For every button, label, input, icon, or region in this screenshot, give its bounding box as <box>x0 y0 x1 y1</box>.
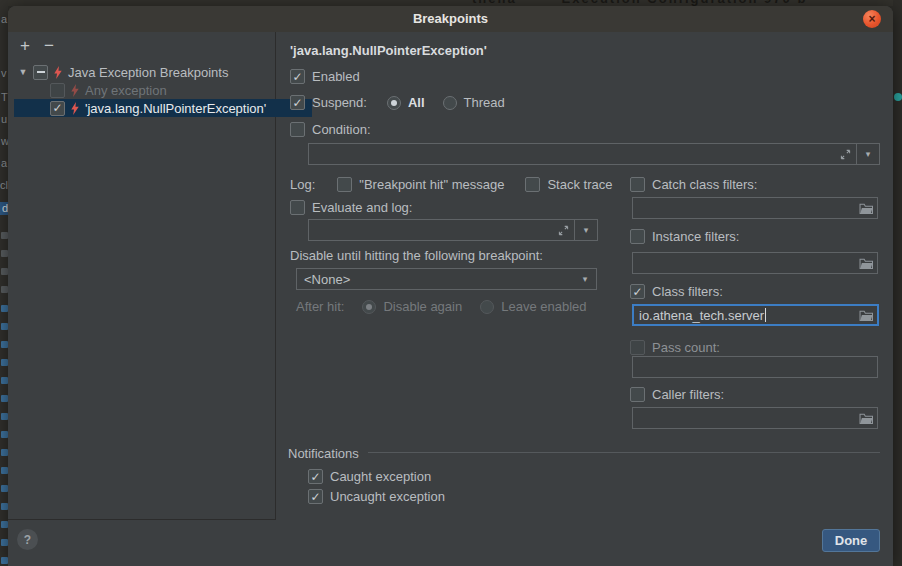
help-button[interactable]: ? <box>17 529 38 550</box>
background-text-fragment: cl <box>0 180 8 191</box>
browse-folder-icon[interactable] <box>855 412 877 424</box>
remove-breakpoint-button[interactable]: − <box>44 39 54 53</box>
enabled-checkbox[interactable]: ✓ <box>290 69 305 84</box>
help-icon: ? <box>24 533 31 547</box>
class-filters-row: ✓ Class filters: <box>630 284 723 299</box>
breakpoint-hit-message-checkbox[interactable] <box>337 177 352 192</box>
nullpointerexception-checkbox[interactable]: ✓ <box>50 101 65 116</box>
browse-folder-icon[interactable] <box>855 202 877 214</box>
browse-folder-icon[interactable] <box>855 309 877 321</box>
evaluate-and-log-label: Evaluate and log: <box>312 200 412 215</box>
stack-trace-checkbox[interactable] <box>525 177 540 192</box>
suspend-checkbox[interactable]: ✓ <box>290 95 305 110</box>
background-icon-fragment <box>1 431 8 438</box>
combobox-arrow-button[interactable]: ▾ <box>574 274 596 284</box>
condition-label: Condition: <box>312 122 371 137</box>
background-text-fragment: T <box>1 92 8 103</box>
evaluate-field[interactable]: ▾ <box>308 219 598 241</box>
browse-folder-icon[interactable] <box>855 257 877 269</box>
dialog-title: Breakpoints <box>8 11 893 26</box>
class-filters-checkbox[interactable]: ✓ <box>630 284 645 299</box>
caller-filters-label: Caller filters: <box>652 387 724 402</box>
notifications-title: Notifications <box>288 446 359 461</box>
background-window-right-strip <box>893 0 902 566</box>
dialog-titlebar[interactable]: Breakpoints × <box>8 6 893 32</box>
caught-exception-checkbox[interactable]: ✓ <box>308 469 323 484</box>
after-hit-row: After hit: Disable again Leave enabled <box>296 299 587 314</box>
enabled-row: ✓ Enabled <box>290 69 360 84</box>
disable-until-combobox[interactable]: <None> ▾ <box>296 268 597 290</box>
uncaught-exception-row: ✓ Uncaught exception <box>308 489 445 504</box>
background-text-fragment: a <box>1 158 7 169</box>
condition-checkbox[interactable] <box>290 122 305 137</box>
suspend-all-radio[interactable] <box>387 96 401 110</box>
background-icon-fragment <box>1 268 8 275</box>
background-icon-fragment <box>1 521 8 528</box>
caller-filters-field[interactable] <box>632 407 878 429</box>
catch-class-filters-label: Catch class filters: <box>652 177 757 192</box>
class-filters-text: io.athena_tech.server <box>639 308 764 323</box>
caller-filters-checkbox[interactable] <box>630 387 645 402</box>
chevron-down-icon: ▾ <box>866 149 871 159</box>
expand-editor-icon[interactable] <box>834 149 856 160</box>
pass-count-checkbox[interactable] <box>630 340 645 355</box>
pass-count-label: Pass count: <box>652 340 720 355</box>
instance-filters-field[interactable] <box>632 252 878 274</box>
catch-class-filters-field[interactable] <box>632 197 878 219</box>
pass-count-field[interactable] <box>632 356 878 378</box>
suspend-thread-label: Thread <box>464 95 505 110</box>
background-text-fragment: v <box>1 68 7 79</box>
screen: thena Execution Configuration 970 b a v … <box>0 0 902 566</box>
enabled-label: Enabled <box>312 69 360 84</box>
done-button[interactable]: Done <box>822 529 880 552</box>
suspend-label: Suspend: <box>312 95 367 110</box>
tree-item-label: Any exception <box>85 83 167 98</box>
leave-enabled-label: Leave enabled <box>501 299 586 314</box>
class-filters-field[interactable]: io.athena_tech.server <box>632 304 879 326</box>
uncaught-exception-checkbox[interactable]: ✓ <box>308 489 323 504</box>
breakpoint-name-header: 'java.lang.NullPointerException' <box>290 43 487 58</box>
notifications-separator <box>368 452 880 453</box>
background-icon-fragment <box>1 485 8 492</box>
catch-class-filters-checkbox[interactable] <box>630 177 645 192</box>
background-icon-fragment <box>1 449 8 456</box>
history-dropdown-button[interactable]: ▾ <box>575 225 597 235</box>
any-exception-checkbox[interactable] <box>50 83 65 98</box>
tree-item-java-exception-breakpoints[interactable]: ▼ Java Exception Breakpoints <box>8 63 286 81</box>
suspend-thread-radio[interactable] <box>443 96 457 110</box>
after-hit-label: After hit: <box>296 299 344 314</box>
background-icon-fragment <box>1 323 8 330</box>
tree-expand-icon[interactable]: ▼ <box>18 67 28 77</box>
close-icon: × <box>868 12 875 26</box>
uncaught-exception-label: Uncaught exception <box>330 489 445 504</box>
condition-field[interactable]: ▾ <box>308 143 880 165</box>
group-checkbox[interactable] <box>33 65 48 80</box>
exception-breakpoint-icon <box>53 66 63 79</box>
stack-trace-label: Stack trace <box>547 177 612 192</box>
disable-until-row: Disable until hitting the following brea… <box>290 248 543 263</box>
leave-enabled-radio[interactable] <box>480 300 494 314</box>
pass-count-row: Pass count: <box>630 340 720 355</box>
instance-filters-label: Instance filters: <box>652 229 739 244</box>
exception-breakpoint-icon <box>70 84 80 97</box>
background-icon-fragment <box>1 305 8 312</box>
background-icon-fragment <box>1 286 8 293</box>
expand-editor-icon[interactable] <box>552 225 574 236</box>
instance-filters-checkbox[interactable] <box>630 229 645 244</box>
add-breakpoint-button[interactable]: + <box>20 39 30 53</box>
done-button-label: Done <box>835 533 868 548</box>
tree-item-nullpointerexception[interactable]: ✓ 'java.lang.NullPointerException' <box>14 99 312 117</box>
condition-row: Condition: <box>290 122 371 137</box>
tree-item-label: 'java.lang.NullPointerException' <box>85 101 266 116</box>
disable-until-value: <None> <box>297 272 574 287</box>
check-icon: ✓ <box>632 286 642 298</box>
history-dropdown-button[interactable]: ▾ <box>857 149 879 159</box>
close-button[interactable]: × <box>863 10 881 28</box>
class-filters-label: Class filters: <box>652 284 723 299</box>
class-filters-value[interactable]: io.athena_tech.server <box>634 308 855 323</box>
suspend-row: ✓ Suspend: All Thread <box>290 95 505 110</box>
tree-item-any-exception[interactable]: Any exception <box>8 81 318 99</box>
evaluate-and-log-checkbox[interactable] <box>290 200 305 215</box>
evaluate-row: Evaluate and log: <box>290 200 412 215</box>
disable-again-radio[interactable] <box>362 300 376 314</box>
